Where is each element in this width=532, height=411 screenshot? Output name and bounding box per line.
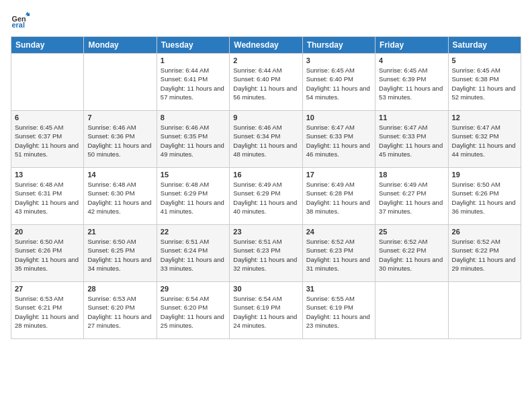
calendar-cell: 4Sunrise: 6:45 AM Sunset: 6:39 PM Daylig…: [375, 54, 448, 111]
day-info: Sunrise: 6:52 AM Sunset: 6:22 PM Dayligh…: [379, 237, 444, 273]
svg-text:eral: eral: [12, 21, 25, 29]
day-number: 28: [87, 285, 152, 293]
day-info: Sunrise: 6:54 AM Sunset: 6:20 PM Dayligh…: [161, 294, 226, 330]
calendar-cell: 16Sunrise: 6:49 AM Sunset: 6:29 PM Dayli…: [230, 168, 302, 225]
day-info: Sunrise: 6:49 AM Sunset: 6:27 PM Dayligh…: [379, 180, 444, 216]
day-number: 2: [233, 56, 298, 64]
day-info: Sunrise: 6:55 AM Sunset: 6:19 PM Dayligh…: [306, 294, 371, 330]
day-info: Sunrise: 6:48 AM Sunset: 6:29 PM Dayligh…: [161, 180, 226, 216]
day-number: 8: [161, 113, 226, 122]
weekday-header-sunday: Sunday: [11, 37, 84, 54]
calendar-cell: 9Sunrise: 6:46 AM Sunset: 6:34 PM Daylig…: [230, 111, 302, 168]
weekday-header-wednesday: Wednesday: [230, 37, 302, 54]
day-info: Sunrise: 6:44 AM Sunset: 6:41 PM Dayligh…: [161, 66, 226, 101]
day-info: Sunrise: 6:50 AM Sunset: 6:26 PM Dayligh…: [15, 237, 80, 273]
day-number: 31: [306, 285, 371, 293]
day-number: 24: [306, 228, 371, 236]
day-info: Sunrise: 6:47 AM Sunset: 6:32 PM Dayligh…: [452, 123, 517, 158]
logo-icon: Gen eral: [11, 11, 30, 30]
calendar-table: SundayMondayTuesdayWednesdayThursdayFrid…: [11, 36, 521, 339]
day-number: 1: [161, 56, 226, 64]
day-number: 29: [161, 285, 226, 293]
day-number: 3: [306, 56, 371, 64]
day-info: Sunrise: 6:46 AM Sunset: 6:35 PM Dayligh…: [161, 123, 226, 158]
calendar-week-row: 6Sunrise: 6:45 AM Sunset: 6:37 PM Daylig…: [11, 111, 521, 168]
calendar-cell: 20Sunrise: 6:50 AM Sunset: 6:26 PM Dayli…: [11, 225, 84, 282]
calendar-cell: [375, 282, 448, 339]
calendar-cell: 27Sunrise: 6:53 AM Sunset: 6:21 PM Dayli…: [11, 282, 84, 339]
day-info: Sunrise: 6:52 AM Sunset: 6:22 PM Dayligh…: [452, 237, 517, 273]
weekday-header-row: SundayMondayTuesdayWednesdayThursdayFrid…: [11, 37, 521, 54]
calendar-cell: 29Sunrise: 6:54 AM Sunset: 6:20 PM Dayli…: [157, 282, 229, 339]
day-number: 23: [233, 228, 298, 236]
page-header: Gen eral: [11, 11, 521, 30]
day-number: 5: [452, 56, 517, 64]
weekday-header-tuesday: Tuesday: [157, 37, 229, 54]
day-info: Sunrise: 6:49 AM Sunset: 6:28 PM Dayligh…: [306, 180, 371, 216]
day-number: 13: [15, 171, 80, 179]
calendar-week-row: 1Sunrise: 6:44 AM Sunset: 6:41 PM Daylig…: [11, 54, 521, 111]
calendar-cell: 3Sunrise: 6:45 AM Sunset: 6:40 PM Daylig…: [302, 54, 375, 111]
day-info: Sunrise: 6:47 AM Sunset: 6:33 PM Dayligh…: [306, 123, 371, 158]
calendar-cell: 15Sunrise: 6:48 AM Sunset: 6:29 PM Dayli…: [157, 168, 229, 225]
day-number: 22: [161, 228, 226, 236]
day-info: Sunrise: 6:53 AM Sunset: 6:20 PM Dayligh…: [87, 294, 152, 330]
day-number: 9: [233, 113, 298, 122]
day-number: 15: [161, 171, 226, 179]
calendar-cell: 18Sunrise: 6:49 AM Sunset: 6:27 PM Dayli…: [375, 168, 448, 225]
calendar-cell: 7Sunrise: 6:46 AM Sunset: 6:36 PM Daylig…: [84, 111, 157, 168]
calendar-cell: 17Sunrise: 6:49 AM Sunset: 6:28 PM Dayli…: [302, 168, 375, 225]
calendar-cell: 19Sunrise: 6:50 AM Sunset: 6:26 PM Dayli…: [448, 168, 521, 225]
calendar-cell: 1Sunrise: 6:44 AM Sunset: 6:41 PM Daylig…: [157, 54, 229, 111]
day-info: Sunrise: 6:49 AM Sunset: 6:29 PM Dayligh…: [233, 180, 298, 216]
logo: Gen eral: [11, 11, 32, 30]
day-number: 18: [379, 171, 444, 179]
day-info: Sunrise: 6:54 AM Sunset: 6:19 PM Dayligh…: [233, 294, 298, 330]
day-info: Sunrise: 6:48 AM Sunset: 6:31 PM Dayligh…: [15, 180, 80, 216]
day-info: Sunrise: 6:51 AM Sunset: 6:24 PM Dayligh…: [161, 237, 226, 273]
calendar-cell: 8Sunrise: 6:46 AM Sunset: 6:35 PM Daylig…: [157, 111, 229, 168]
calendar-week-row: 13Sunrise: 6:48 AM Sunset: 6:31 PM Dayli…: [11, 168, 521, 225]
calendar-cell: 24Sunrise: 6:52 AM Sunset: 6:23 PM Dayli…: [302, 225, 375, 282]
calendar-cell: [84, 54, 157, 111]
calendar-cell: 30Sunrise: 6:54 AM Sunset: 6:19 PM Dayli…: [230, 282, 302, 339]
day-number: 25: [379, 228, 444, 236]
day-number: 6: [15, 113, 80, 122]
day-info: Sunrise: 6:53 AM Sunset: 6:21 PM Dayligh…: [15, 294, 80, 330]
day-number: 26: [452, 228, 517, 236]
day-info: Sunrise: 6:45 AM Sunset: 6:39 PM Dayligh…: [379, 66, 444, 101]
day-info: Sunrise: 6:46 AM Sunset: 6:36 PM Dayligh…: [87, 123, 152, 158]
calendar-cell: 28Sunrise: 6:53 AM Sunset: 6:20 PM Dayli…: [84, 282, 157, 339]
calendar-cell: 21Sunrise: 6:50 AM Sunset: 6:25 PM Dayli…: [84, 225, 157, 282]
calendar-cell: 25Sunrise: 6:52 AM Sunset: 6:22 PM Dayli…: [375, 225, 448, 282]
day-info: Sunrise: 6:46 AM Sunset: 6:34 PM Dayligh…: [233, 123, 298, 158]
day-info: Sunrise: 6:47 AM Sunset: 6:33 PM Dayligh…: [379, 123, 444, 158]
weekday-header-saturday: Saturday: [448, 37, 521, 54]
calendar-cell: [448, 282, 521, 339]
weekday-header-friday: Friday: [375, 37, 448, 54]
day-number: 10: [306, 113, 371, 122]
day-info: Sunrise: 6:45 AM Sunset: 6:40 PM Dayligh…: [306, 66, 371, 101]
calendar-cell: 13Sunrise: 6:48 AM Sunset: 6:31 PM Dayli…: [11, 168, 84, 225]
day-number: 7: [87, 113, 152, 122]
day-info: Sunrise: 6:51 AM Sunset: 6:23 PM Dayligh…: [233, 237, 298, 273]
day-info: Sunrise: 6:52 AM Sunset: 6:23 PM Dayligh…: [306, 237, 371, 273]
day-info: Sunrise: 6:45 AM Sunset: 6:37 PM Dayligh…: [15, 123, 80, 158]
calendar-week-row: 27Sunrise: 6:53 AM Sunset: 6:21 PM Dayli…: [11, 282, 521, 339]
calendar-cell: 2Sunrise: 6:44 AM Sunset: 6:40 PM Daylig…: [230, 54, 302, 111]
day-number: 21: [87, 228, 152, 236]
calendar-cell: 5Sunrise: 6:45 AM Sunset: 6:38 PM Daylig…: [448, 54, 521, 111]
day-number: 19: [452, 171, 517, 179]
day-number: 14: [87, 171, 152, 179]
day-info: Sunrise: 6:44 AM Sunset: 6:40 PM Dayligh…: [233, 66, 298, 101]
calendar-cell: 23Sunrise: 6:51 AM Sunset: 6:23 PM Dayli…: [230, 225, 302, 282]
day-number: 30: [233, 285, 298, 293]
day-info: Sunrise: 6:50 AM Sunset: 6:25 PM Dayligh…: [87, 237, 152, 273]
day-info: Sunrise: 6:50 AM Sunset: 6:26 PM Dayligh…: [452, 180, 517, 216]
day-number: 4: [379, 56, 444, 64]
day-info: Sunrise: 6:45 AM Sunset: 6:38 PM Dayligh…: [452, 66, 517, 101]
day-info: Sunrise: 6:48 AM Sunset: 6:30 PM Dayligh…: [87, 180, 152, 216]
calendar-cell: 11Sunrise: 6:47 AM Sunset: 6:33 PM Dayli…: [375, 111, 448, 168]
calendar-cell: 6Sunrise: 6:45 AM Sunset: 6:37 PM Daylig…: [11, 111, 84, 168]
day-number: 12: [452, 113, 517, 122]
